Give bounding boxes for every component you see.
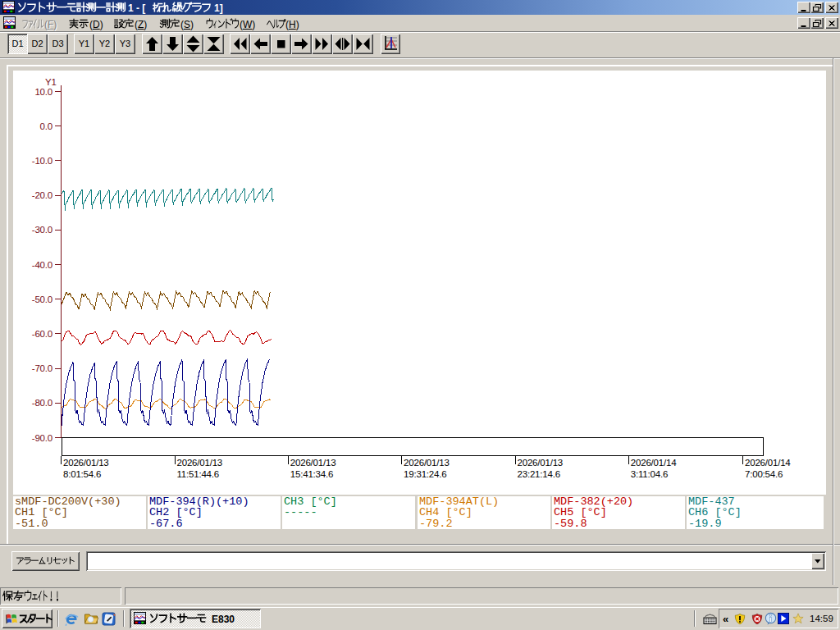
- svg-text:-50.0: -50.0: [32, 294, 52, 304]
- svg-text:-10.0: -10.0: [32, 156, 52, 166]
- svg-text:-30.0: -30.0: [32, 225, 52, 235]
- svg-text:2026/01/13: 2026/01/13: [290, 458, 336, 468]
- svg-text:19:31:24.6: 19:31:24.6: [404, 469, 446, 479]
- svg-text:2026/01/14: 2026/01/14: [745, 458, 791, 468]
- svg-text:23:21:14.6: 23:21:14.6: [518, 469, 560, 479]
- svg-text:2026/01/13: 2026/01/13: [404, 458, 450, 468]
- svg-text:-80.0: -80.0: [32, 398, 52, 408]
- svg-text:-60.0: -60.0: [32, 329, 52, 339]
- svg-text:-20.0: -20.0: [32, 190, 52, 200]
- svg-text:2026/01/14: 2026/01/14: [631, 458, 677, 468]
- svg-text:7:00:54.6: 7:00:54.6: [745, 469, 783, 479]
- svg-text:-40.0: -40.0: [32, 260, 52, 270]
- svg-text:-90.0: -90.0: [32, 433, 52, 443]
- svg-text:0.0: 0.0: [40, 121, 52, 131]
- svg-text:11:51:44.6: 11:51:44.6: [177, 469, 220, 479]
- svg-text:2026/01/13: 2026/01/13: [177, 458, 223, 468]
- svg-text:Y1: Y1: [45, 77, 57, 87]
- svg-text:10.0: 10.0: [34, 87, 52, 97]
- svg-text:2026/01/13: 2026/01/13: [518, 458, 564, 468]
- svg-text:2026/01/13: 2026/01/13: [63, 458, 109, 468]
- svg-text:15:41:34.6: 15:41:34.6: [290, 469, 333, 479]
- svg-text:8:01:54.6: 8:01:54.6: [63, 469, 101, 479]
- svg-text:-70.0: -70.0: [32, 363, 52, 373]
- svg-text:3:11:04.6: 3:11:04.6: [631, 469, 668, 479]
